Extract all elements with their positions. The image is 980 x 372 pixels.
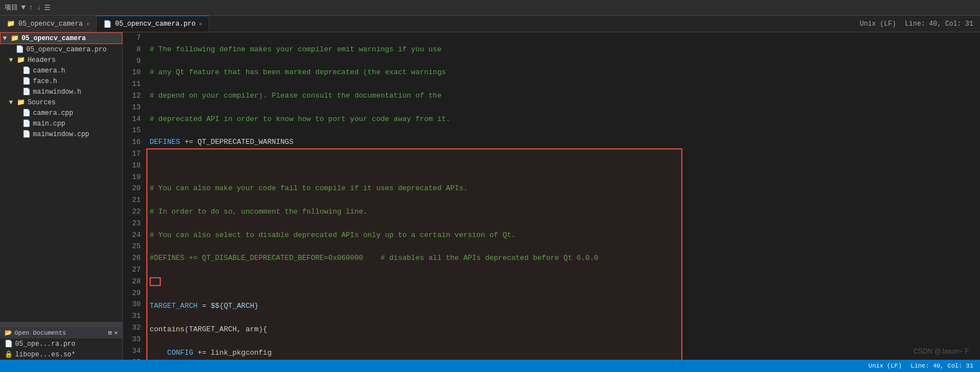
tab-project-icon: 📁 xyxy=(7,20,15,28)
project-folder-icon: ▼ 📁 xyxy=(3,34,19,42)
tab-pro-label: 05_opencv_camera.pro xyxy=(115,20,195,28)
code-line-18: TARGET_ARCH = $${QT_ARCH} xyxy=(150,301,976,312)
code-line-19: contains(TARGET_ARCH, arm){ xyxy=(150,324,976,336)
tree-item-pro[interactable]: 📄 05_opencv_camera.pro xyxy=(0,44,122,55)
code-line-9: # depend on your compiler). Please consu… xyxy=(150,90,976,102)
tree-item-camera-cpp[interactable]: 📄 camera.cpp xyxy=(0,108,122,118)
open-doc-lock-icon: 🔒 xyxy=(4,350,13,359)
main-area: ▼ 📁 05_opencv_camera 📄 05_opencv_camera.… xyxy=(0,32,980,360)
status-encoding: Unix (LF) xyxy=(868,363,901,369)
pro-file-icon: 📄 xyxy=(16,45,24,54)
pro-file-label: 05_opencv_camera.pro xyxy=(26,46,107,54)
tab-project[interactable]: 📁 05_opencv_camera ✕ xyxy=(0,16,97,32)
sources-label: Sources xyxy=(27,99,55,107)
tree-item-mainwindow-cpp[interactable]: 📄 mainwindow.cpp xyxy=(0,129,122,139)
sidebar: ▼ 📁 05_opencv_camera 📄 05_opencv_camera.… xyxy=(0,32,123,360)
file-tree: ▼ 📁 05_opencv_camera 📄 05_opencv_camera.… xyxy=(0,32,122,322)
code-editor[interactable]: 7 8 9 10 11 12 13 14 15 16 17 18 19 20 2… xyxy=(123,32,980,360)
camera-cpp-label: camera.cpp xyxy=(33,109,73,117)
code-line-16: #DEFINES += QT_DISABLE_DEPRECATED_BEFORE… xyxy=(150,253,976,264)
code-line-15: # You can also select to disable depreca… xyxy=(150,230,976,241)
tab-bar: 📁 05_opencv_camera ✕ 📄 05_opencv_camera.… xyxy=(0,16,980,32)
camera-cpp-icon: 📄 xyxy=(22,109,31,117)
toolbar: 项目 ▼ ↑ ↓ ☰ xyxy=(0,0,980,16)
camera-h-label: camera.h xyxy=(33,67,65,75)
sidebar-hscrollbar[interactable] xyxy=(0,322,122,326)
open-doc-lib-label: libope...es.so* xyxy=(15,351,75,359)
face-h-icon: 📄 xyxy=(22,77,31,85)
open-docs-icon: 📂 xyxy=(4,329,12,336)
watermark: CSDN @Jason~ F xyxy=(914,347,969,355)
code-line-13: # You can also make your code fail to co… xyxy=(150,183,976,195)
toolbar-btn-3[interactable]: ↓ xyxy=(37,3,41,12)
open-docs-label: Open Documents xyxy=(15,330,66,336)
tab-project-label: 05_opencv_camera xyxy=(18,20,83,28)
open-docs-add-icon[interactable]: ⊞ xyxy=(108,329,112,336)
mainwindow-cpp-label: mainwindow.cpp xyxy=(33,131,89,138)
open-documents-header: 📂 Open Documents ⊞ ✕ xyxy=(0,327,122,339)
open-doc-pro-label: 05_ope...ra.pro xyxy=(15,340,75,348)
code-line-7: # The following define makes your compil… xyxy=(150,44,976,56)
tab-pro-close[interactable]: ✕ xyxy=(199,21,202,27)
main-cpp-label: main.cpp xyxy=(33,120,65,128)
code-line-17 xyxy=(150,276,976,289)
headers-label: Headers xyxy=(27,56,55,64)
open-doc-lib[interactable]: 🔒 libope...es.so* xyxy=(0,349,122,360)
tab-pro-file[interactable]: 📄 05_opencv_camera.pro ✕ xyxy=(97,16,209,32)
main-cpp-icon: 📄 xyxy=(22,119,31,128)
headers-icon: ▼ 📁 xyxy=(9,56,25,64)
status-line-col: Line: 40, Col: 31 xyxy=(911,363,973,369)
face-h-label: face.h xyxy=(33,78,57,85)
code-line-20: CONFIG += link_pkgconfig xyxy=(150,347,976,359)
sources-icon: ▼ 📁 xyxy=(9,98,25,107)
toolbar-label: 项目 xyxy=(4,3,18,12)
tree-item-main-cpp[interactable]: 📄 main.cpp xyxy=(0,118,122,129)
mainwindow-h-label: mainwindow.h xyxy=(33,88,81,96)
tree-item-mainwindow-h[interactable]: 📄 mainwindow.h xyxy=(0,86,122,97)
position-info: Line: 40, Col: 31 xyxy=(905,20,973,28)
tree-item-face-h[interactable]: 📄 face.h xyxy=(0,76,122,86)
open-doc-pro-icon: 📄 xyxy=(4,340,13,348)
open-docs-close-icon[interactable]: ✕ xyxy=(114,329,118,336)
encoding-info: Unix (LF) xyxy=(860,20,896,28)
code-line-14: # In order to do so, uncomment the follo… xyxy=(150,206,976,218)
code-line-8: # any Qt feature that has been marked de… xyxy=(150,67,976,79)
mainwindow-cpp-icon: 📄 xyxy=(22,130,31,138)
tree-item-headers[interactable]: ▼ 📁 Headers xyxy=(0,55,122,65)
project-label: 05_opencv_camera xyxy=(21,35,85,42)
toolbar-btn-4[interactable]: ☰ xyxy=(44,3,51,12)
toolbar-btn-1[interactable]: ▼ xyxy=(21,3,26,12)
open-doc-pro[interactable]: 📄 05_ope...ra.pro xyxy=(0,339,122,349)
camera-h-icon: 📄 xyxy=(22,66,31,75)
code-line-11: DEFINES += QT_DEPRECATED_WARNINGS xyxy=(150,137,976,148)
code-lines[interactable]: # The following define makes your compil… xyxy=(145,32,980,360)
code-line-10: # deprecated API in order to know how to… xyxy=(150,114,976,125)
tree-item-sources[interactable]: ▼ 📁 Sources xyxy=(0,97,122,108)
tree-item-camera-h[interactable]: 📄 camera.h xyxy=(0,65,122,76)
line-numbers: 7 8 9 10 11 12 13 14 15 16 17 18 19 20 2… xyxy=(123,32,145,360)
status-bar: Unix (LF) Line: 40, Col: 31 xyxy=(0,360,980,372)
tab-pro-icon: 📄 xyxy=(103,20,112,28)
mainwindow-h-icon: 📄 xyxy=(22,88,31,96)
tree-item-project[interactable]: ▼ 📁 05_opencv_camera xyxy=(0,32,122,44)
open-documents-panel: 📂 Open Documents ⊞ ✕ 📄 05_ope...ra.pro 🔒… xyxy=(0,326,122,360)
tab-project-close[interactable]: ✕ xyxy=(86,21,89,27)
toolbar-btn-2[interactable]: ↑ xyxy=(29,3,34,12)
code-line-12 xyxy=(150,160,976,172)
code-container: 7 8 9 10 11 12 13 14 15 16 17 18 19 20 2… xyxy=(123,32,980,360)
tab-right-info: Unix (LF) Line: 40, Col: 31 xyxy=(860,16,980,32)
